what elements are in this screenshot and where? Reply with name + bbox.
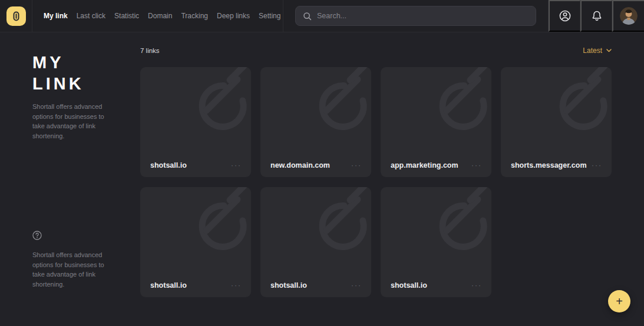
card-footer: new.domain.com ··· — [260, 161, 371, 177]
search-icon — [303, 12, 312, 21]
card-footer: shotsall.io ··· — [140, 161, 251, 177]
card-menu-button[interactable]: ··· — [231, 282, 242, 288]
links-grid: shotsall.io ··· new.domain.com ··· — [140, 67, 612, 297]
nav-item-domain[interactable]: Domain — [148, 12, 172, 20]
card-domain: shotsall.io — [270, 281, 307, 290]
main-content: 7 links Latest shotsall.io — [140, 32, 644, 326]
link-clip-icon — [260, 187, 371, 297]
top-navbar: My linkLast clickStatisticDomainTracking… — [0, 0, 644, 32]
link-card[interactable]: new.domain.com ··· — [260, 67, 371, 177]
link-card[interactable]: shotsall.io ··· — [381, 187, 491, 297]
card-menu-button[interactable]: ··· — [351, 162, 362, 168]
help-description: Shortall offers advanced options for bus… — [32, 250, 108, 289]
search-box[interactable] — [295, 6, 536, 26]
card-domain: app.marketing.com — [391, 161, 458, 169]
nav-item-last-click[interactable]: Last click — [77, 12, 105, 20]
search-input[interactable] — [317, 12, 529, 20]
link-clip-icon — [501, 67, 612, 177]
links-count: 7 links — [140, 47, 160, 54]
avatar-button[interactable] — [612, 0, 644, 32]
main-nav: My linkLast clickStatisticDomainTracking… — [32, 0, 283, 32]
help-block: Shortall offers advanced options for bus… — [32, 231, 140, 289]
page-description: Shortall offers advanced options for bus… — [32, 102, 108, 141]
user-circle-icon — [558, 9, 572, 23]
link-card[interactable]: app.marketing.com ··· — [381, 67, 491, 177]
card-menu-button[interactable]: ··· — [592, 162, 602, 168]
add-link-button[interactable]: + — [608, 290, 630, 312]
sidebar: MY LINK Shortall offers advanced options… — [0, 32, 140, 326]
card-menu-button[interactable]: ··· — [471, 162, 482, 168]
card-footer: shorts.messager.com ··· — [501, 161, 612, 177]
paperclip-icon — [13, 11, 19, 21]
nav-item-tracking[interactable]: Tracking — [181, 12, 208, 20]
card-domain: shotsall.io — [150, 281, 187, 290]
card-footer: shotsall.io ··· — [260, 281, 371, 297]
account-button[interactable] — [549, 0, 580, 32]
sort-dropdown[interactable]: Latest — [583, 46, 612, 55]
chevron-down-icon — [606, 49, 612, 52]
link-clip-icon — [140, 187, 251, 297]
sort-label: Latest — [583, 46, 602, 55]
bell-icon — [590, 9, 604, 23]
search-section — [283, 0, 549, 32]
card-menu-button[interactable]: ··· — [471, 282, 482, 288]
page-title: MY LINK — [32, 52, 121, 94]
link-card[interactable]: shotsall.io ··· — [260, 187, 371, 297]
logo-cell — [0, 0, 32, 32]
card-menu-button[interactable]: ··· — [231, 162, 242, 168]
link-clip-icon — [140, 67, 251, 177]
card-domain: new.domain.com — [270, 161, 330, 169]
card-footer: shotsall.io ··· — [381, 281, 491, 297]
link-card[interactable]: shotsall.io ··· — [140, 187, 251, 297]
notifications-button[interactable] — [580, 0, 612, 32]
card-footer: app.marketing.com ··· — [381, 161, 491, 177]
nav-item-my-link[interactable]: My link — [44, 12, 68, 20]
nav-item-statistic[interactable]: Statistic — [114, 12, 139, 20]
card-domain: shotsall.io — [391, 281, 427, 290]
app-logo[interactable] — [6, 6, 26, 26]
link-clip-icon — [260, 67, 371, 177]
help-button[interactable] — [32, 231, 42, 240]
nav-item-setting[interactable]: Setting — [259, 12, 280, 20]
content-header: 7 links Latest — [140, 46, 612, 55]
card-domain: shotsall.io — [150, 161, 187, 169]
link-card[interactable]: shotsall.io ··· — [140, 67, 251, 177]
link-clip-icon — [381, 187, 491, 297]
link-clip-icon — [381, 67, 491, 177]
card-menu-button[interactable]: ··· — [351, 282, 362, 288]
link-card[interactable]: shorts.messager.com ··· — [501, 67, 612, 177]
nav-item-deep-links[interactable]: Deep links — [217, 12, 250, 20]
user-avatar-photo — [620, 7, 638, 25]
card-domain: shorts.messager.com — [511, 161, 587, 169]
page-body: MY LINK Shortall offers advanced options… — [0, 32, 644, 326]
card-footer: shotsall.io ··· — [140, 281, 251, 297]
question-circle-icon — [32, 231, 42, 240]
